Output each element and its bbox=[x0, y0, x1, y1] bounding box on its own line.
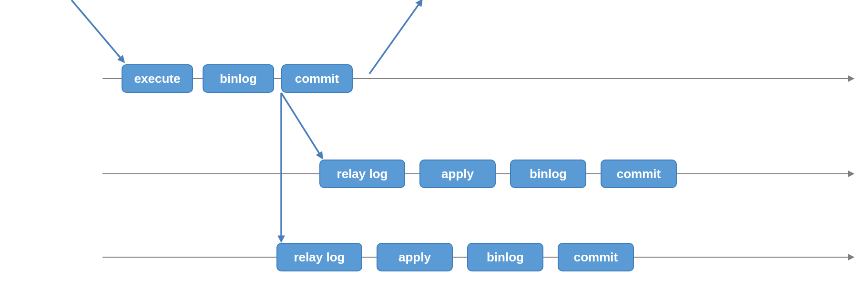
diagram-canvas: { "diagram": { "lanes": [ { "y": 165 }, … bbox=[0, 0, 868, 300]
node-label: commit bbox=[617, 167, 661, 181]
node-replica1-commit: commit bbox=[601, 160, 677, 188]
arrow-to-replica1 bbox=[281, 93, 322, 158]
node-replica1-relay: relay log bbox=[319, 160, 405, 188]
node-label: apply bbox=[441, 167, 474, 181]
node-replica1-binlog: binlog bbox=[510, 160, 586, 188]
node-replica2-binlog: binlog bbox=[467, 243, 543, 271]
node-label: commit bbox=[295, 71, 339, 86]
arrow-incoming-request bbox=[71, 0, 124, 62]
node-label: execute bbox=[134, 71, 181, 86]
node-primary-binlog: binlog bbox=[203, 64, 274, 93]
node-label: commit bbox=[574, 250, 618, 265]
node-label: binlog bbox=[487, 250, 524, 265]
arrow-return-response bbox=[369, 0, 422, 74]
node-replica2-apply: apply bbox=[377, 243, 453, 271]
node-replica2-commit: commit bbox=[558, 243, 634, 271]
node-label: apply bbox=[398, 250, 431, 265]
node-primary-commit: commit bbox=[281, 64, 353, 93]
node-label: relay log bbox=[294, 250, 345, 265]
node-label: relay log bbox=[337, 167, 388, 181]
node-label: binlog bbox=[220, 71, 257, 86]
node-replica2-relay: relay log bbox=[276, 243, 362, 271]
node-label: binlog bbox=[530, 167, 567, 181]
node-primary-execute: execute bbox=[122, 64, 193, 93]
node-replica1-apply: apply bbox=[419, 160, 496, 188]
